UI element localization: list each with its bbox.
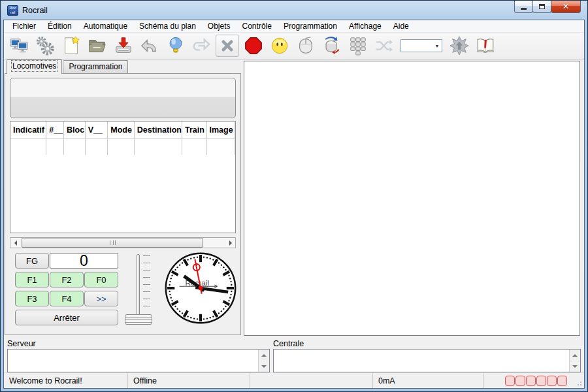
menu-programmation[interactable]: Programmation — [278, 21, 343, 31]
col-mode[interactable]: Mode — [108, 122, 135, 139]
analyzer-lamp-icon[interactable] — [163, 34, 188, 57]
server-log-box[interactable] — [7, 349, 270, 372]
col-bloc[interactable]: Bloc — [64, 122, 86, 139]
app-frame: Fichier Édition Automatique Schéma du pl… — [3, 20, 585, 389]
f3-button[interactable]: F3 — [15, 291, 49, 306]
scroll-left-arrow[interactable] — [10, 238, 20, 248]
server-label: Serveur — [7, 338, 270, 349]
status-bar: Welcome to Rocrail! Offline 0mA — [4, 372, 584, 388]
left-arrow-icon — [14, 240, 17, 246]
throttle-panel: FG 0 F1 F2 F0 F3 F4 >> Arrêter — [8, 248, 237, 332]
menu-affichage[interactable]: Affichage — [343, 21, 387, 31]
speed-slider[interactable] — [127, 253, 155, 332]
analog-clock: Rocrail — [164, 252, 237, 325]
mouse-icon[interactable] — [293, 34, 318, 57]
menu-controle[interactable]: Contrôle — [237, 21, 278, 31]
track-plan-canvas[interactable] — [244, 61, 580, 336]
col-image[interactable]: Image — [207, 122, 236, 139]
status-message: Welcome to Rocrail! — [4, 373, 128, 388]
function-buttons: FG 0 F1 F2 F0 F3 F4 >> Arrêter — [15, 253, 118, 332]
sensor-led — [536, 376, 546, 386]
col-address[interactable]: #__ — [46, 122, 64, 139]
sensor-led — [505, 376, 515, 386]
title-bar[interactable]: Rocrail Rocrail ✕ — [3, 1, 585, 20]
menu-edition[interactable]: Édition — [42, 21, 78, 31]
fg-button[interactable]: FG — [15, 253, 49, 269]
central-log-box[interactable] — [273, 349, 581, 372]
f1-button[interactable]: F1 — [15, 272, 49, 287]
menu-automatique[interactable]: Automatique — [78, 21, 133, 31]
bottom-panels: Serveur Centrale — [4, 338, 584, 372]
down-arrow-icon[interactable] — [261, 365, 267, 368]
emergency-stop-icon[interactable] — [241, 34, 265, 57]
locomotive-table: Indicatif #__ Bloc V__ Mode Destination … — [10, 121, 236, 233]
workstation-connect-icon[interactable] — [7, 34, 31, 57]
loco-selector-combobox[interactable]: ▼ — [400, 39, 442, 52]
menu-schema-du-plan[interactable]: Schéma du plan — [133, 21, 202, 31]
open-folder-icon[interactable] — [85, 34, 109, 57]
f0-button[interactable]: F0 — [84, 272, 118, 287]
up-arrow-icon[interactable] — [261, 354, 267, 357]
status-connection: Offline — [128, 373, 250, 388]
locomotives-tab-page: Indicatif #__ Bloc V__ Mode Destination … — [5, 73, 241, 335]
sensor-led — [557, 376, 567, 386]
col-indicatif[interactable]: Indicatif — [10, 122, 46, 139]
slider-track[interactable] — [137, 254, 140, 317]
central-log-text — [274, 350, 569, 372]
app-icon: Rocrail — [7, 5, 18, 16]
tab-programmation[interactable]: Programmation — [63, 60, 128, 73]
server-log-text — [8, 350, 258, 372]
chevron-down-icon: ▼ — [433, 40, 442, 52]
more-functions-button[interactable]: >> — [84, 291, 118, 306]
right-arrow-icon — [229, 240, 232, 246]
sensor-led — [547, 376, 557, 386]
table-row[interactable] — [10, 139, 235, 155]
col-v[interactable]: V__ — [86, 122, 108, 139]
f4-button[interactable]: F4 — [50, 291, 84, 306]
maximize-icon — [539, 4, 545, 9]
menu-objets[interactable]: Objets — [202, 21, 237, 31]
up-arrow-icon[interactable] — [572, 354, 578, 357]
tab-locomotives[interactable]: Locomotives — [7, 59, 62, 74]
table-horizontal-scrollbar[interactable] — [10, 237, 236, 248]
status-led-section — [484, 373, 584, 388]
sensor-led — [526, 376, 536, 386]
turntable-rotate-icon[interactable] — [319, 34, 344, 57]
slider-handle[interactable] — [125, 314, 152, 325]
down-arrow-icon[interactable] — [572, 365, 578, 368]
shuffle-disabled-icon[interactable] — [372, 34, 396, 57]
delete-x-icon[interactable] — [216, 35, 239, 57]
auto-mode-smiley-icon[interactable] — [267, 34, 291, 57]
f2-button[interactable]: F2 — [50, 272, 84, 287]
server-log-scrollbar[interactable] — [258, 350, 269, 372]
maximize-button[interactable] — [532, 1, 551, 13]
stop-button[interactable]: Arrêter — [15, 310, 118, 325]
speed-display: 0 — [50, 253, 118, 269]
undo-icon[interactable] — [137, 34, 161, 57]
properties-gears-icon[interactable] — [33, 34, 57, 57]
menu-bar: Fichier Édition Automatique Schéma du pl… — [4, 20, 584, 33]
menu-fichier[interactable]: Fichier — [7, 21, 42, 31]
central-log-scrollbar[interactable] — [569, 350, 580, 372]
sensor-led-row — [505, 376, 567, 386]
power-star-icon[interactable] — [447, 34, 471, 57]
col-train[interactable]: Train — [182, 122, 207, 139]
col-destination[interactable]: Destination — [135, 122, 182, 139]
toolbar: ▼ — [4, 33, 584, 59]
new-file-icon[interactable] — [59, 34, 83, 57]
keypad-icon[interactable] — [346, 34, 370, 57]
left-panel: Locomotives Programmation Indicatif #__ … — [5, 59, 241, 335]
close-button[interactable]: ✕ — [551, 1, 581, 13]
scroll-right-arrow[interactable] — [225, 238, 235, 248]
window-title: Rocrail — [22, 6, 48, 15]
save-download-icon[interactable] — [111, 34, 135, 57]
resize-grip[interactable] — [576, 380, 582, 386]
thumb-grip-icon — [110, 240, 116, 245]
help-book-icon[interactable] — [473, 34, 497, 57]
close-icon: ✕ — [563, 2, 569, 11]
menu-aide[interactable]: Aide — [387, 21, 415, 31]
redo-disabled-icon[interactable] — [189, 34, 214, 57]
minimize-icon — [521, 8, 527, 10]
minimize-button[interactable] — [514, 1, 533, 13]
scrollbar-thumb[interactable] — [22, 238, 203, 248]
